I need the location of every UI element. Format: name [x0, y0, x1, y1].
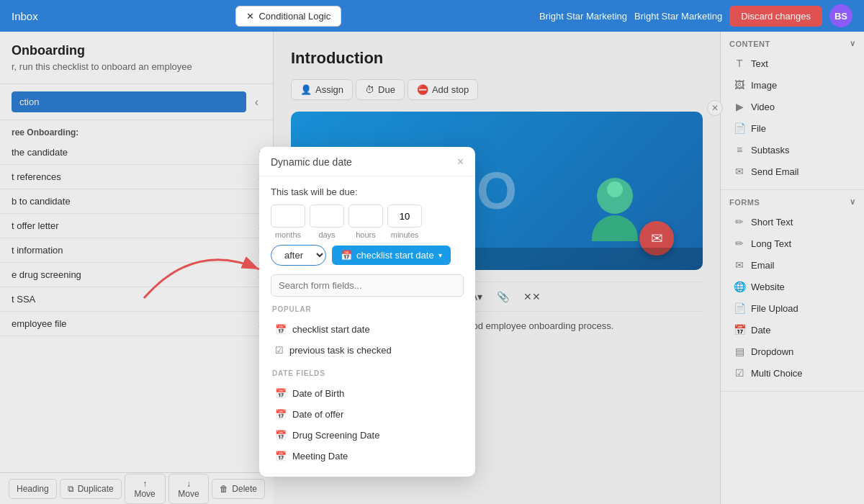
date-item-label-0: Date of Birth: [292, 388, 344, 399]
minutes-label: minutes: [391, 230, 419, 239]
avatar[interactable]: BS: [829, 4, 852, 27]
checklist-start-label: checklist start date: [356, 250, 434, 261]
due-label: This task will be due:: [271, 186, 464, 197]
popular-item-label-0: checklist start date: [292, 324, 370, 335]
checkbox-icon-1: ☑: [275, 345, 284, 356]
popular-item-0[interactable]: 📅 checklist start date: [271, 319, 464, 340]
date-fields-section-label: DATE FIELDS: [271, 366, 464, 380]
due-date-modal-header: Dynamic due date ×: [259, 147, 475, 176]
top-nav-right: Bright Star Marketing Bright Star Market…: [539, 4, 852, 27]
checklist-start-btn[interactable]: 📅 checklist start date ▾: [332, 246, 451, 265]
days-input-group: days: [310, 204, 344, 239]
hours-input[interactable]: [348, 204, 383, 228]
modal-overlay: Dynamic due date × This task will be due…: [0, 32, 864, 504]
date-item-label-1: Date of offer: [292, 409, 343, 420]
due-date-modal: Dynamic due date × This task will be due…: [259, 147, 475, 477]
minutes-input-group: minutes: [387, 204, 422, 239]
hours-label: hours: [356, 230, 376, 239]
date-item-label-2: Drug Screening Date: [292, 430, 379, 441]
calendar-icon-d1: 📅: [275, 409, 287, 420]
date-item-1[interactable]: 📅 Date of offer: [271, 404, 464, 425]
popular-item-label-1: previous task is checked: [289, 345, 392, 356]
popular-section-label: POPULAR: [271, 302, 464, 316]
hours-input-group: hours: [348, 204, 383, 239]
minutes-input[interactable]: [387, 204, 422, 228]
after-select[interactable]: after: [271, 245, 326, 266]
due-date-modal-close-btn[interactable]: ×: [457, 156, 464, 168]
date-item-3[interactable]: 📅 Meeting Date: [271, 446, 464, 467]
conditional-logic-icon: ✕: [246, 11, 254, 22]
due-date-modal-title: Dynamic due date: [271, 156, 352, 168]
top-nav: Inbox ✕ Conditional Logic Bright Star Ma…: [0, 0, 864, 32]
calendar-icon: 📅: [341, 250, 352, 261]
calendar-icon-d2: 📅: [275, 430, 287, 441]
inbox-link[interactable]: Inbox: [12, 10, 38, 22]
months-input-group: months: [271, 204, 305, 239]
chevron-down-icon: ▾: [438, 251, 442, 259]
days-input[interactable]: [310, 204, 344, 228]
after-row: after 📅 checklist start date ▾: [271, 245, 464, 266]
calendar-icon-d3: 📅: [275, 451, 287, 462]
months-input[interactable]: [271, 204, 305, 228]
calendar-icon-0: 📅: [275, 324, 287, 335]
calendar-icon-d0: 📅: [275, 388, 287, 399]
discard-changes-button[interactable]: Discard changes: [729, 6, 822, 27]
date-item-label-3: Meeting Date: [292, 451, 348, 462]
days-label: days: [318, 230, 335, 239]
date-item-0[interactable]: 📅 Date of Birth: [271, 383, 464, 404]
search-fields-input[interactable]: [271, 274, 464, 297]
conditional-logic-btn[interactable]: ✕ Conditional Logic: [235, 6, 341, 27]
conditional-logic-label: Conditional Logic: [258, 11, 330, 22]
org-name-text: Bright Star Marketing: [634, 11, 722, 22]
popular-item-1[interactable]: ☑ previous task is checked: [271, 340, 464, 361]
months-label: months: [275, 230, 301, 239]
due-date-modal-body: This task will be due: months days hours: [259, 176, 475, 477]
time-inputs: months days hours minutes: [271, 204, 464, 239]
date-item-2[interactable]: 📅 Drug Screening Date: [271, 425, 464, 446]
org-name: Bright Star Marketing: [539, 11, 627, 22]
top-nav-center: ✕ Conditional Logic: [235, 6, 341, 27]
